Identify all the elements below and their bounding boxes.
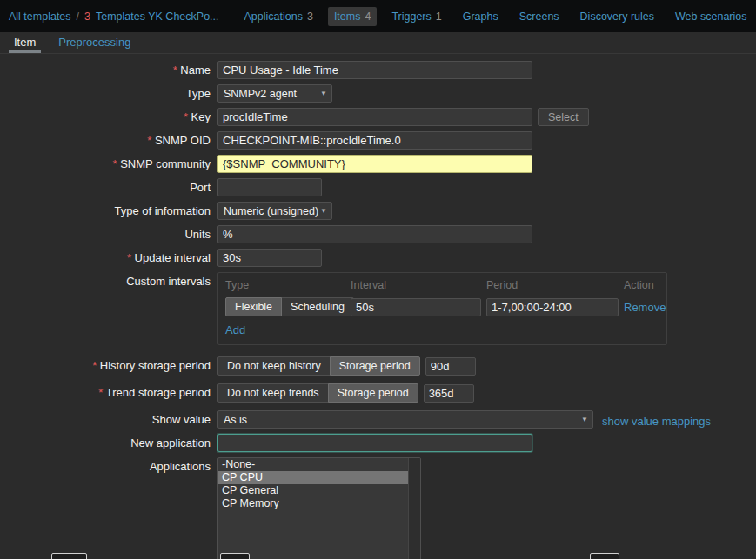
partial-footer-button[interactable]: [51, 553, 87, 559]
type-select[interactable]: SNMPv2 agent ▼: [217, 84, 332, 103]
type-of-information-select[interactable]: Numeric (unsigned) ▼: [217, 202, 332, 220]
type-label: Type: [0, 84, 217, 100]
show-value-mappings-link[interactable]: show value mappings: [602, 412, 711, 428]
flexible-button[interactable]: Flexible: [225, 297, 282, 316]
menu-item-discovery-rules[interactable]: Discovery rules: [574, 7, 660, 26]
snmp-oid-input[interactable]: [217, 131, 532, 150]
custom-intervals-table: Type Interval Period Action Flexible Sch…: [217, 272, 667, 345]
menu-count: 3: [307, 10, 313, 23]
menu-count: 4: [365, 10, 371, 23]
breadcrumb: All templates / 3 Templates YK CheckPo..…: [9, 10, 219, 23]
form-row-trends: Trend storage period Do not keep trends …: [0, 383, 756, 403]
history-period-input[interactable]: [425, 357, 476, 376]
form-row-show-value: Show value As is ▼ show value mappings: [0, 410, 756, 429]
menu-label: Screens: [519, 10, 559, 23]
key-label: Key: [0, 108, 217, 123]
form-row-update-interval: Update interval: [0, 249, 756, 267]
form-row-custom-intervals: Custom intervals Type Interval Period Ac…: [0, 272, 756, 345]
custom-intervals-header: Type Interval Period Action: [225, 279, 659, 297]
header-type: Type: [225, 279, 351, 291]
add-interval-link[interactable]: Add: [225, 323, 245, 336]
key-select-button[interactable]: Select: [538, 108, 589, 126]
name-input[interactable]: [217, 61, 532, 79]
menu-item-triggers[interactable]: Triggers 1: [385, 7, 447, 26]
menu-count: 1: [436, 10, 442, 23]
item-tabbar: Item Preprocessing: [0, 32, 756, 54]
update-interval-input[interactable]: [217, 249, 322, 267]
chevron-down-icon: ▼: [320, 90, 327, 97]
port-input[interactable]: [217, 178, 322, 196]
custom-interval-row: Flexible Scheduling Remove: [225, 297, 659, 316]
menu-label: Applications: [244, 10, 303, 23]
form-row-snmp-community: SNMP community: [0, 155, 756, 173]
menu-item-web-scenarios[interactable]: Web scenarios: [669, 7, 753, 26]
application-option-cp-memory[interactable]: CP Memory: [218, 497, 420, 510]
remove-interval-link[interactable]: Remove: [624, 301, 666, 314]
show-value-selected: As is: [224, 414, 247, 426]
menu-item-screens[interactable]: Screens: [513, 7, 565, 26]
partial-footer-button[interactable]: [220, 553, 250, 559]
history-label: History storage period: [0, 356, 217, 372]
new-application-label: New application: [0, 434, 217, 449]
listbox-scrollbar[interactable]: [408, 458, 420, 559]
update-interval-label: Update interval: [0, 249, 217, 264]
application-option-cp-general[interactable]: CP General: [218, 484, 420, 497]
menu-item-applications[interactable]: Applications 3: [238, 7, 319, 26]
chevron-down-icon: ▼: [320, 207, 327, 215]
applications-label: Applications: [0, 457, 217, 473]
type-select-value: SNMPv2 agent: [224, 88, 297, 100]
chevron-down-icon: ▼: [581, 416, 588, 423]
trends-off-button[interactable]: Do not keep trends: [217, 383, 329, 403]
top-navigation: All templates / 3 Templates YK CheckPo..…: [0, 0, 756, 32]
header-period: Period: [486, 279, 624, 291]
snmp-community-label: SNMP community: [0, 155, 217, 170]
trends-on-button[interactable]: Storage period: [328, 383, 418, 403]
partial-footer-button[interactable]: [590, 553, 619, 559]
item-form: Name Type SNMPv2 agent ▼ Key Select SNMP…: [0, 61, 756, 559]
breadcrumb-count: 3: [84, 10, 90, 23]
history-segmented: Do not keep history Storage period: [217, 356, 420, 376]
type-of-information-value: Numeric (unsigned): [224, 205, 318, 217]
key-input[interactable]: [217, 108, 532, 126]
form-row-new-application: New application: [0, 434, 756, 452]
breadcrumb-template-name[interactable]: Templates YK CheckPo...: [96, 10, 219, 23]
application-option-none[interactable]: -None-: [218, 458, 420, 471]
breadcrumb-separator: /: [77, 10, 79, 23]
trends-label: Trend storage period: [0, 383, 217, 399]
show-value-select[interactable]: As is ▼: [217, 410, 593, 429]
menu-label: Discovery rules: [580, 10, 654, 23]
form-row-type-of-information: Type of information Numeric (unsigned) ▼: [0, 202, 756, 220]
interval-type-segmented: Flexible Scheduling: [225, 297, 351, 316]
type-of-information-label: Type of information: [0, 202, 217, 217]
menu-label: Items: [334, 10, 361, 23]
trends-period-input[interactable]: [424, 384, 474, 403]
period-input[interactable]: [486, 298, 619, 316]
trends-segmented: Do not keep trends Storage period: [217, 383, 418, 403]
menu-item-items[interactable]: Items 4: [328, 7, 378, 26]
menu-label: Graphs: [463, 10, 498, 23]
menu-label: Triggers: [391, 10, 431, 23]
snmp-community-input[interactable]: [217, 155, 532, 173]
template-section-menu: Applications 3 Items 4 Triggers 1 Graphs…: [238, 7, 753, 26]
port-label: Port: [0, 178, 217, 194]
show-value-label: Show value: [0, 410, 217, 426]
history-off-button[interactable]: Do not keep history: [217, 356, 331, 376]
tab-preprocessing[interactable]: Preprocessing: [53, 32, 136, 53]
form-row-name: Name: [0, 61, 756, 79]
snmp-oid-label: SNMP OID: [0, 131, 217, 147]
units-input[interactable]: [217, 225, 532, 243]
form-row-port: Port: [0, 178, 756, 196]
new-application-input[interactable]: [217, 434, 532, 452]
breadcrumb-all-templates[interactable]: All templates: [9, 10, 71, 23]
units-label: Units: [0, 225, 217, 241]
form-row-key: Key Select: [0, 108, 756, 126]
history-on-button[interactable]: Storage period: [330, 356, 420, 376]
tab-item[interactable]: Item: [9, 32, 41, 53]
header-action: Action: [624, 279, 659, 291]
interval-input[interactable]: [351, 298, 481, 316]
applications-listbox[interactable]: -None- CP CPU CP General CP Memory: [217, 457, 421, 559]
menu-item-graphs[interactable]: Graphs: [457, 7, 505, 26]
application-option-cp-cpu[interactable]: CP CPU: [218, 471, 420, 484]
scheduling-button[interactable]: Scheduling: [281, 297, 354, 316]
header-interval: Interval: [351, 279, 486, 291]
